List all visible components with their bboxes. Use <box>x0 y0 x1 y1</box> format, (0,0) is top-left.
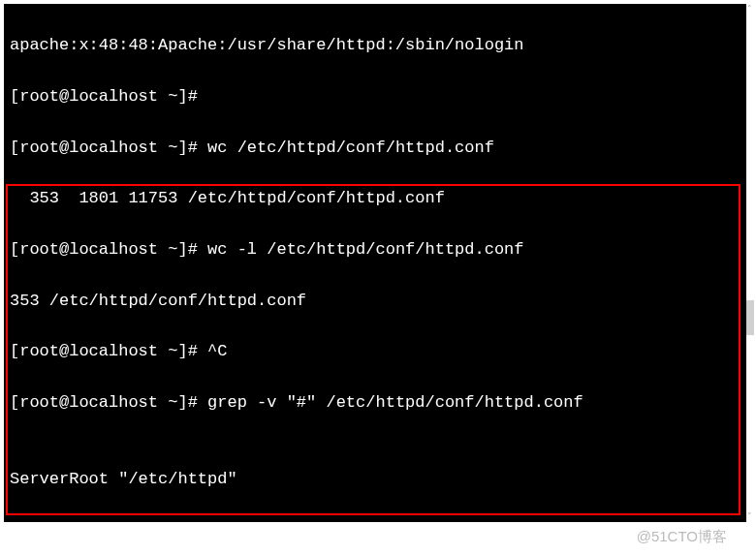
scroll-up-icon[interactable]: ˄ <box>746 6 753 14</box>
prompt-line: [root@localhost ~]# wc /etc/httpd/conf/h… <box>10 136 740 161</box>
prompt: [root@localhost ~]# <box>10 240 207 259</box>
output-line: 353 1801 11753 /etc/httpd/conf/httpd.con… <box>10 186 740 211</box>
scrollbar-track[interactable] <box>746 4 754 522</box>
watermark-text: @51CTO博客 <box>637 525 727 547</box>
command-text: grep -v "#" /etc/httpd/conf/httpd.conf <box>207 393 583 412</box>
prompt: [root@localhost ~]# <box>10 342 207 360</box>
prompt-line: [root@localhost ~]# ^C <box>10 339 740 364</box>
output-line: 353 /etc/httpd/conf/httpd.conf <box>10 289 740 314</box>
command-text: wc /etc/httpd/conf/httpd.conf <box>207 139 494 157</box>
scrollbar-thumb[interactable] <box>746 300 754 335</box>
command-text: wc -l /etc/httpd/conf/httpd.conf <box>207 240 523 259</box>
terminal-window[interactable]: apache:x:48:48:Apache:/usr/share/httpd:/… <box>4 4 746 522</box>
command-text: ^C <box>207 342 227 360</box>
prompt-line: [root@localhost ~]# <box>10 84 740 109</box>
output-line: ServerRoot "/etc/httpd" <box>10 467 740 492</box>
prompt: [root@localhost ~]# <box>10 139 207 157</box>
prompt: [root@localhost ~]# <box>10 393 207 412</box>
scroll-down-icon[interactable]: ˅ <box>746 513 753 521</box>
prompt-line: [root@localhost ~]# grep -v "#" /etc/htt… <box>10 390 740 416</box>
output-line: apache:x:48:48:Apache:/usr/share/httpd:/… <box>10 33 740 58</box>
prompt-line: [root@localhost ~]# wc -l /etc/httpd/con… <box>10 237 740 262</box>
